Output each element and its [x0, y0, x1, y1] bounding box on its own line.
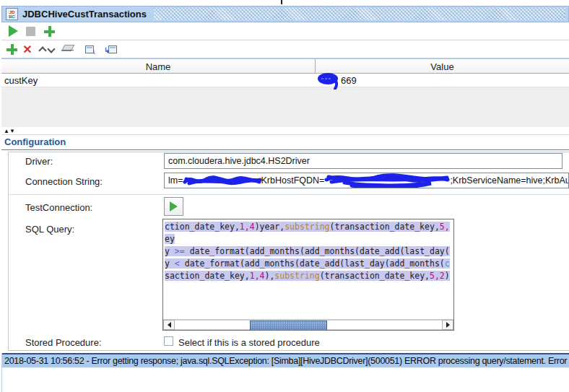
log-panel: 2018-05-31 10:56:52 - Error getting resp…: [1, 353, 569, 392]
cursor-artifact: [281, 0, 282, 4]
stored-procedure-label: Stored Procedure:: [25, 337, 102, 348]
section-underline: [1, 149, 569, 150]
test-connection-label: TestConnection:: [25, 202, 92, 213]
section-title: Configuration: [4, 136, 66, 147]
connection-segment-2: KrbHostFQDN=: [261, 175, 325, 186]
driver-field[interactable]: com.cloudera.hive.jdbc4.HS2Driver: [164, 153, 563, 169]
delete-row-icon[interactable]: ✕: [20, 41, 35, 57]
erase-icon[interactable]: [61, 41, 75, 57]
redaction-scribble: [182, 173, 263, 188]
title-bar[interactable]: JDBC JDBCHiveCustTransactions: [1, 6, 569, 22]
page-title: JDBCHiveCustTransactions: [22, 9, 147, 19]
import-values-icon[interactable]: ↳: [105, 41, 120, 57]
scrollbar-track[interactable]: [175, 320, 442, 330]
connection-segment-3: ;KrbServiceName=hive;KrbAuthType=2: [450, 175, 569, 186]
table-row[interactable]: custKey669: [1, 74, 569, 87]
redaction-scribble: [323, 173, 451, 188]
params-toolbar: ✕ ↓ ↳: [1, 40, 569, 58]
redaction-blob: [317, 72, 340, 90]
connection-string-field[interactable]: lm= KrbHostFQDN= ;KrbServiceName=hive;Kr…: [164, 173, 569, 188]
horizontal-scrollbar[interactable]: [163, 319, 453, 330]
add-row-icon[interactable]: [4, 41, 19, 57]
stored-procedure-checkbox[interactable]: [164, 336, 173, 346]
splitter-collapse-icons[interactable]: ▲▼: [4, 127, 15, 135]
sql-code-line: y < date_format(add_months(date_add(last…: [165, 258, 453, 270]
sql-code-line: saction_date_key,1,4),substring(transact…: [165, 270, 453, 282]
sql-query-editor[interactable]: ction_date_key,1,4)year,substring(transa…: [162, 219, 454, 331]
form-separator: [8, 194, 569, 195]
move-up-icon[interactable]: [38, 41, 46, 57]
sql-code-line: y >= date_format(add_months(add_months(d…: [165, 245, 453, 258]
app-window: JDBC JDBCHiveCustTransactions ✕ ↓ ↳ Name…: [0, 0, 569, 392]
driver-value: com.cloudera.hive.jdbc4.HS2Driver: [168, 156, 310, 166]
sql-query-label: SQL Query:: [25, 224, 74, 235]
log-entry-selected[interactable]: 2018-05-31 10:56:52 - Error getting resp…: [2, 353, 569, 367]
table-header: Name Value: [1, 59, 569, 74]
sql-code-line: ction_date_key,1,4)year,substring(transa…: [165, 221, 453, 233]
parameters-table: Name Value custKey669: [1, 58, 569, 127]
move-down-icon[interactable]: [46, 41, 55, 57]
main-toolbar: [1, 22, 569, 40]
param-value-cell: 669: [317, 74, 357, 87]
copy-values-icon[interactable]: ↓: [82, 41, 97, 57]
connection-segment-1: lm=: [168, 175, 183, 186]
scroll-right-icon[interactable]: [442, 320, 453, 330]
sql-code-line: ey: [165, 233, 453, 245]
column-header-name[interactable]: Name: [1, 59, 316, 74]
column-header-value[interactable]: Value: [316, 59, 569, 74]
scroll-left-icon[interactable]: [163, 320, 175, 330]
driver-label: Driver:: [25, 156, 53, 167]
run-icon[interactable]: [6, 23, 20, 39]
stored-procedure-checkbox-label: Select if this is a stored procedure: [178, 337, 320, 348]
stop-icon[interactable]: [23, 23, 38, 39]
test-connection-button[interactable]: [164, 197, 183, 216]
scrollbar-thumb[interactable]: [250, 321, 327, 331]
connection-string-label: Connection String:: [25, 176, 103, 187]
jdbc-icon: JDBC: [6, 8, 18, 20]
error-message: 2018-05-31 10:56:52 - Error getting resp…: [4, 356, 569, 366]
pane-splitter[interactable]: ▲▼: [1, 127, 569, 135]
param-name-cell: custKey: [4, 74, 38, 87]
add-icon[interactable]: [42, 23, 56, 39]
title-drag-texture: [154, 8, 565, 20]
